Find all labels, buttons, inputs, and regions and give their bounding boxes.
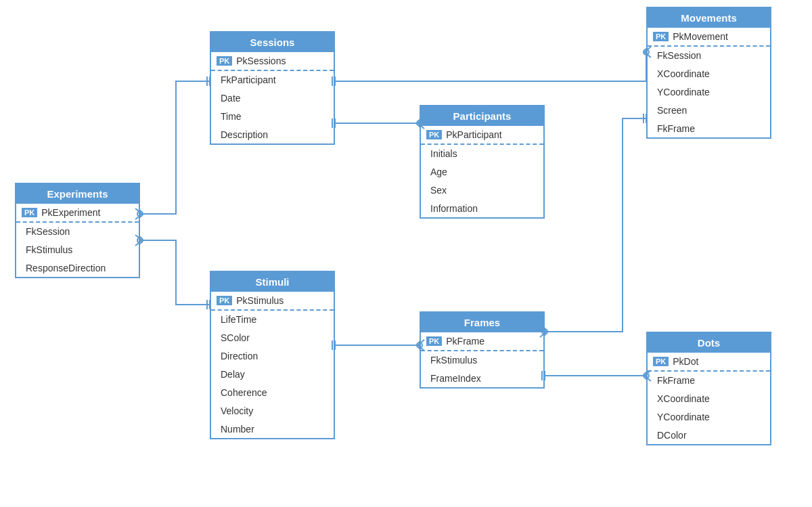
conn-exp-stimuli [135, 235, 210, 309]
pk-badge-dots: PK [653, 357, 669, 366]
field-xcoordinate-mov: XCoordinate [648, 65, 770, 83]
entity-frames-title: Frames [421, 313, 543, 332]
field-xcoordinate-dot: XCoordinate [648, 390, 770, 408]
field-pkframe: PkFrame [446, 336, 484, 347]
pk-badge-participants: PK [426, 130, 442, 139]
field-fkstimulus-exp: FkStimulus [16, 241, 139, 259]
field-lifetime: LifeTime [211, 311, 334, 329]
field-sex: Sex [421, 181, 543, 200]
field-number: Number [211, 420, 334, 438]
pk-badge-sessions: PK [217, 56, 232, 66]
field-coherence: Coherence [211, 384, 334, 402]
erd-diagram: Experiments PK PkExperiment FkSession Fk… [0, 0, 812, 507]
entity-sessions: Sessions PK PkSessions FkParticipant Dat… [210, 31, 335, 145]
field-pkexperiment: PkExperiment [41, 207, 100, 218]
field-fksession-mov: FkSession [648, 47, 770, 65]
entity-stimuli: Stimuli PK PkStimulus LifeTime SColor Di… [210, 271, 335, 439]
entity-participants-title: Participants [421, 106, 543, 126]
entity-frames: Frames PK PkFrame FkStimulus FrameIndex [420, 311, 545, 389]
entity-participants: Participants PK PkParticipant Initials A… [420, 105, 545, 219]
conn-exp-sessions [135, 76, 210, 219]
conn-sessions-movements [332, 47, 651, 86]
field-fkframe-dot: FkFrame [648, 372, 770, 390]
field-responsedirection: ResponseDirection [16, 259, 139, 277]
field-fkstimulus-frame: FkStimulus [421, 351, 543, 370]
field-description: Description [211, 126, 334, 144]
field-fkframe-mov: FkFrame [648, 120, 770, 137]
conn-frames-movements [540, 114, 646, 337]
entity-movements: Movements PK PkMovement FkSession XCoord… [646, 7, 771, 139]
field-pkstimulus: PkStimulus [236, 295, 284, 306]
field-direction: Direction [211, 347, 334, 366]
conn-sessions-participants [332, 118, 424, 129]
entity-movements-title: Movements [648, 8, 770, 28]
field-dcolor: DColor [648, 426, 770, 444]
entity-experiments-title: Experiments [16, 184, 139, 204]
field-screen: Screen [648, 102, 770, 120]
conn-stimuli-frames [332, 340, 424, 351]
field-date: Date [211, 89, 334, 108]
pk-badge-movements: PK [653, 32, 669, 41]
pk-badge-frames: PK [426, 336, 442, 346]
entity-dots-title: Dots [648, 333, 770, 353]
entity-sessions-title: Sessions [211, 32, 334, 52]
field-ycoordinate-mov: YCoordinate [648, 83, 770, 102]
conn-frames-dots [542, 370, 651, 381]
field-delay: Delay [211, 366, 334, 384]
field-velocity: Velocity [211, 402, 334, 420]
field-frameindex: FrameIndex [421, 370, 543, 387]
field-fkparticipant-sess: FkParticipant [211, 71, 334, 89]
field-initials: Initials [421, 145, 543, 163]
field-pksessions: PkSessions [236, 56, 286, 66]
entity-dots: Dots PK PkDot FkFrame XCoordinate YCoord… [646, 332, 771, 445]
field-pkdot: PkDot [673, 356, 698, 367]
pk-badge-stimuli: PK [217, 296, 232, 305]
field-ycoordinate-dot: YCoordinate [648, 408, 770, 426]
field-information: Information [421, 200, 543, 217]
field-pkmovement: PkMovement [673, 31, 728, 42]
field-pkparticipant: PkParticipant [446, 129, 501, 140]
field-fksession-exp: FkSession [16, 223, 139, 241]
field-scolor: SColor [211, 329, 334, 347]
field-time: Time [211, 108, 334, 126]
entity-stimuli-title: Stimuli [211, 272, 334, 292]
pk-badge-experiments: PK [22, 208, 37, 217]
field-age: Age [421, 163, 543, 181]
entity-experiments: Experiments PK PkExperiment FkSession Fk… [15, 183, 140, 278]
